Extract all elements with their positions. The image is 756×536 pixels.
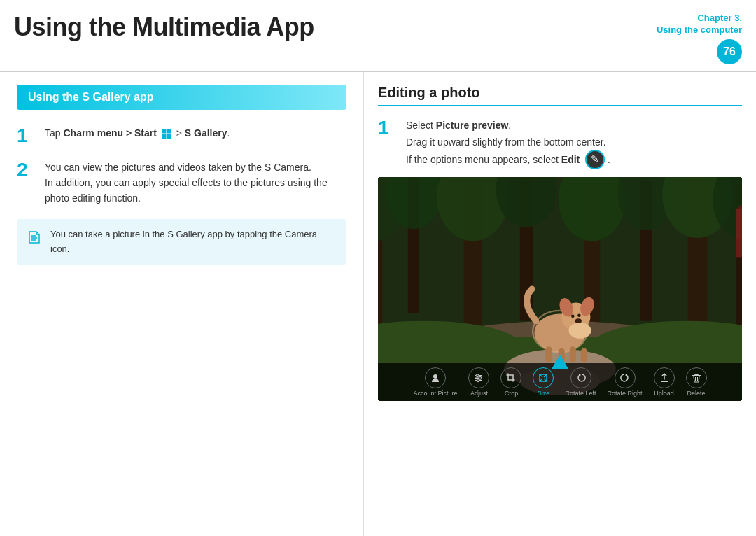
toolbar-account-picture[interactable]: Account Picture [413,367,457,397]
step-1-bold2: S Gallery [185,127,227,139]
chapter-text: Chapter 3. Using the computer [657,13,742,36]
account-picture-label: Account Picture [413,390,457,397]
svg-rect-59 [694,374,699,375]
step1-line1: Select Picture preview. [406,118,610,134]
rotate-left-icon [570,367,592,388]
crop-icon [500,367,522,388]
toolbar-rotate-left[interactable]: Rotate Left [565,367,596,397]
crop-label: Crop [505,390,519,397]
right-step-1-number: 1 [378,118,398,139]
note-icon [27,229,43,249]
chapter-info: Chapter 3. Using the computer 76 [657,13,742,64]
svg-rect-46 [581,348,587,363]
svg-rect-3 [167,134,172,139]
toolbar-upload[interactable]: Upload [654,367,675,397]
photo-preview: Account Picture Adjust Crop [378,177,742,401]
rotate-left-label: Rotate Left [565,390,596,397]
upload-icon [654,367,675,388]
right-column: Editing a photo 1 Select Picture preview… [364,72,756,536]
toolbar-delete[interactable]: Delete [686,367,707,397]
edit-icon [585,150,605,169]
page-header: Using the Multimedia App Chapter 3. Usin… [0,0,756,72]
svg-point-41 [578,314,581,318]
windows-icon [161,128,172,139]
step-1-content: Tap Charm menu > Start > S Gallery. [45,125,230,141]
svg-point-47 [569,323,592,339]
page-number: 76 [717,39,742,64]
svg-marker-56 [579,374,581,376]
editing-title: Editing a photo [378,85,742,106]
size-label: Size [538,390,550,397]
svg-point-53 [479,377,482,380]
right-step-1-content: Select Picture preview. Drag it upward s… [406,118,610,171]
step1-line3: If the options menu appears, select Edit… [406,150,610,170]
toolbar-rotate-right[interactable]: Rotate Right [608,367,643,397]
page-title: Using the Multimedia App [14,13,314,42]
rotate-right-label: Rotate Right [608,390,643,397]
delete-label: Delete [687,390,706,397]
svg-rect-2 [162,134,167,139]
step-2-number: 2 [17,160,36,181]
content-wrapper: Using the S Gallery app 1 Tap Charm menu… [0,72,756,536]
arrow-up-indicator [552,355,568,369]
size-icon [533,367,554,388]
svg-rect-0 [162,129,167,134]
step-2-row: 2 You can view the pictures and videos t… [17,160,346,206]
photo-toolbar: Account Picture Adjust Crop [378,363,742,401]
picture-preview-bold: Picture preview [436,120,509,131]
toolbar-crop[interactable]: Crop [500,367,522,397]
svg-point-52 [476,374,479,377]
svg-rect-1 [167,129,172,134]
rotate-right-icon [615,367,636,388]
note-text: You can take a picture in the S Gallery … [50,227,337,257]
step1-line2: Drag it upward slightly from the bottom … [406,134,610,151]
account-picture-icon [425,367,446,388]
step-1-bold1: Charm menu > Start [63,127,156,139]
svg-marker-57 [625,374,627,376]
svg-point-40 [571,315,575,318]
toolbar-size[interactable]: Size [533,367,554,397]
svg-point-48 [433,374,438,379]
svg-point-54 [477,379,479,382]
adjust-label: Adjust [470,390,488,397]
left-column: Using the S Gallery app 1 Tap Charm menu… [0,72,364,536]
delete-icon [686,367,707,388]
step-1-row: 1 Tap Charm menu > Start > S Gallery. [17,125,346,147]
step-2-content: You can view the pictures and videos tak… [45,160,346,206]
svg-rect-45 [570,347,576,363]
section-header: Using the S Gallery app [17,85,346,110]
note-box: You can take a picture in the S Gallery … [17,219,346,265]
right-step-1-row: 1 Select Picture preview. Drag it upward… [378,118,742,171]
step-1-number: 1 [17,125,36,147]
upload-label: Upload [654,390,674,397]
toolbar-adjust[interactable]: Adjust [468,367,489,397]
adjust-icon [468,367,489,388]
svg-rect-33 [736,209,742,258]
